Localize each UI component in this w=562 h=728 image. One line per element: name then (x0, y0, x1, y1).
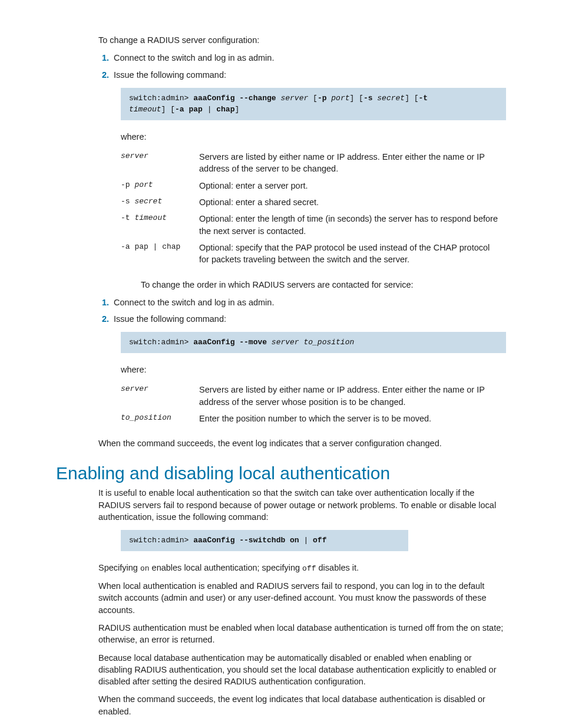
body-text: It is useful to enable local authenticat… (98, 487, 506, 523)
body-text: Because local database authentication ma… (98, 652, 506, 688)
params-table-2: server Servers are listed by either name… (121, 381, 506, 427)
step-item: Connect to the switch and log in as admi… (111, 52, 506, 64)
intro-text: To change a RADIUS server configuration: (98, 34, 506, 46)
step-item: Issue the following command: (111, 313, 506, 325)
intro-text: To change the order in which RADIUS serv… (98, 279, 506, 291)
table-row: to_position Enter the position number to… (121, 410, 506, 427)
section-heading: Enabling and disabling local authenticat… (56, 463, 506, 483)
conclude-text: When the command succeeds, the event log… (98, 437, 506, 449)
body-text: RADIUS authentication must be enabled wh… (98, 622, 506, 646)
table-row: -a pap | chap Optional: specify that the… (121, 239, 506, 268)
table-row: server Servers are listed by either name… (121, 149, 506, 177)
table-row: -p port Optional: enter a server port. (121, 177, 506, 194)
command-block-change: switch:admin> aaaConfig --change server … (121, 88, 506, 120)
steps-list-2: Connect to the switch and log in as admi… (98, 297, 506, 325)
where-label: where: (121, 364, 506, 375)
command-block-switchdb: switch:admin> aaaConfig --switchdb on | … (121, 530, 408, 551)
step-item: Connect to the switch and log in as admi… (111, 297, 506, 308)
table-row: -t timeout Optional: enter the length of… (121, 210, 506, 239)
table-row: -s secret Optional: enter a shared secre… (121, 194, 506, 210)
params-table-1: server Servers are listed by either name… (121, 149, 506, 268)
body-text: When local authentication is enabled and… (98, 580, 506, 616)
body-text: Specifying on enables local authenticati… (98, 562, 506, 574)
body-text: When the command succeeds, the event log… (98, 693, 506, 717)
command-block-move: switch:admin> aaaConfig --move server to… (121, 332, 506, 353)
where-label: where: (121, 131, 506, 143)
step-item: Issue the following command: (111, 69, 506, 81)
table-row: server Servers are listed by either name… (121, 381, 506, 410)
steps-list-1: Connect to the switch and log in as admi… (98, 52, 506, 81)
